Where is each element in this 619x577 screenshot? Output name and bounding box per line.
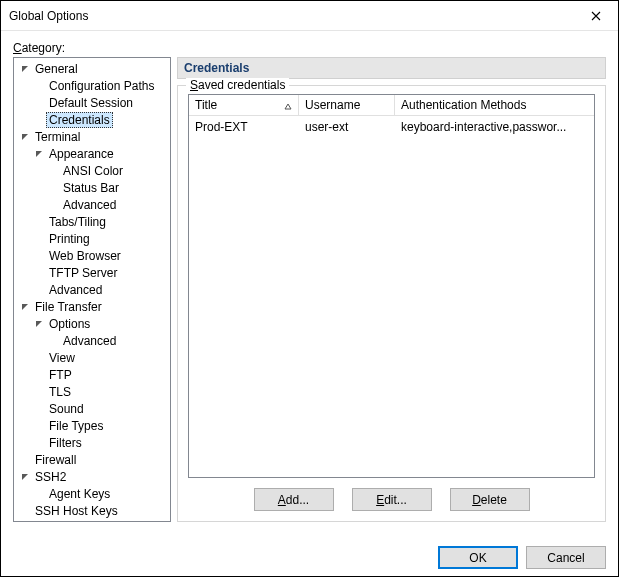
tree-item-firewall[interactable]: Firewall [14, 451, 170, 468]
tree-item-ft-tls[interactable]: TLS [14, 383, 170, 400]
group-buttons: Add... Edit... Delete [188, 488, 595, 511]
col-header-auth[interactable]: Authentication Methods [395, 95, 594, 115]
chevron-down-icon[interactable] [18, 132, 32, 141]
tree-item-file-transfer[interactable]: File Transfer [14, 298, 170, 315]
table-header: Title Username Authentication Methods [189, 95, 594, 116]
ok-button[interactable]: OK [438, 546, 518, 569]
saved-credentials-group: Saved credentials Title Username Authent… [177, 85, 606, 522]
tree-item-ft-options-advanced[interactable]: Advanced [14, 332, 170, 349]
tree-item-terminal-advanced[interactable]: Advanced [14, 281, 170, 298]
dialog-footer: OK Cancel [1, 534, 618, 577]
delete-button[interactable]: Delete [450, 488, 530, 511]
close-icon [591, 11, 601, 21]
global-options-window: Global Options Category: General Configu… [0, 0, 619, 577]
add-button[interactable]: Add... [254, 488, 334, 511]
window-title: Global Options [9, 9, 88, 23]
tree-item-status-bar[interactable]: Status Bar [14, 179, 170, 196]
cell-title: Prod-EXT [189, 118, 299, 136]
col-header-title[interactable]: Title [189, 95, 299, 115]
chevron-down-icon[interactable] [32, 149, 46, 158]
tree-item-ft-filetypes[interactable]: File Types [14, 417, 170, 434]
tree-item-agent-keys[interactable]: Agent Keys [14, 485, 170, 502]
category-tree[interactable]: General Configuration Paths Default Sess… [13, 57, 171, 522]
tree-item-credentials[interactable]: Credentials [14, 111, 170, 128]
chevron-down-icon[interactable] [18, 64, 32, 73]
cell-username: user-ext [299, 118, 395, 136]
chevron-down-icon[interactable] [18, 472, 32, 481]
cell-auth: keyboard-interactive,passwor... [395, 118, 594, 136]
tree-item-ft-view[interactable]: View [14, 349, 170, 366]
tree-item-default-session[interactable]: Default Session [14, 94, 170, 111]
tree-item-ansi-color[interactable]: ANSI Color [14, 162, 170, 179]
tree-item-general[interactable]: General [14, 60, 170, 77]
content-area: Category: General Configuration Paths De… [1, 31, 618, 534]
tree-item-tftp-server[interactable]: TFTP Server [14, 264, 170, 281]
tree-item-ft-options[interactable]: Options [14, 315, 170, 332]
tree-item-appearance[interactable]: Appearance [14, 145, 170, 162]
sort-asc-icon [284, 100, 292, 114]
tree-item-ssh2[interactable]: SSH2 [14, 468, 170, 485]
section-header: Credentials [177, 57, 606, 79]
tree-item-printing[interactable]: Printing [14, 230, 170, 247]
col-header-username[interactable]: Username [299, 95, 395, 115]
main-row: General Configuration Paths Default Sess… [13, 57, 606, 522]
tree-item-terminal[interactable]: Terminal [14, 128, 170, 145]
table-body: Prod-EXT user-ext keyboard-interactive,p… [189, 116, 594, 477]
tree-item-ft-ftp[interactable]: FTP [14, 366, 170, 383]
table-row[interactable]: Prod-EXT user-ext keyboard-interactive,p… [189, 116, 594, 138]
tree-item-web-browser[interactable]: Web Browser [14, 247, 170, 264]
groupbox-title: Saved credentials [186, 78, 289, 92]
right-pane: Credentials Saved credentials Title User… [177, 57, 606, 522]
tree-item-appearance-advanced[interactable]: Advanced [14, 196, 170, 213]
titlebar: Global Options [1, 1, 618, 31]
tree-item-tabs[interactable]: Tabs/Tiling [14, 213, 170, 230]
cancel-button[interactable]: Cancel [526, 546, 606, 569]
tree-item-ft-filters[interactable]: Filters [14, 434, 170, 451]
category-label: Category: [13, 41, 606, 55]
tree-item-ssh-host-keys[interactable]: SSH Host Keys [14, 502, 170, 519]
chevron-down-icon[interactable] [18, 302, 32, 311]
chevron-down-icon[interactable] [32, 319, 46, 328]
credentials-table[interactable]: Title Username Authentication Methods Pr… [188, 94, 595, 478]
edit-button[interactable]: Edit... [352, 488, 432, 511]
tree-item-ft-sound[interactable]: Sound [14, 400, 170, 417]
tree-item-configuration-paths[interactable]: Configuration Paths [14, 77, 170, 94]
close-button[interactable] [573, 1, 618, 31]
